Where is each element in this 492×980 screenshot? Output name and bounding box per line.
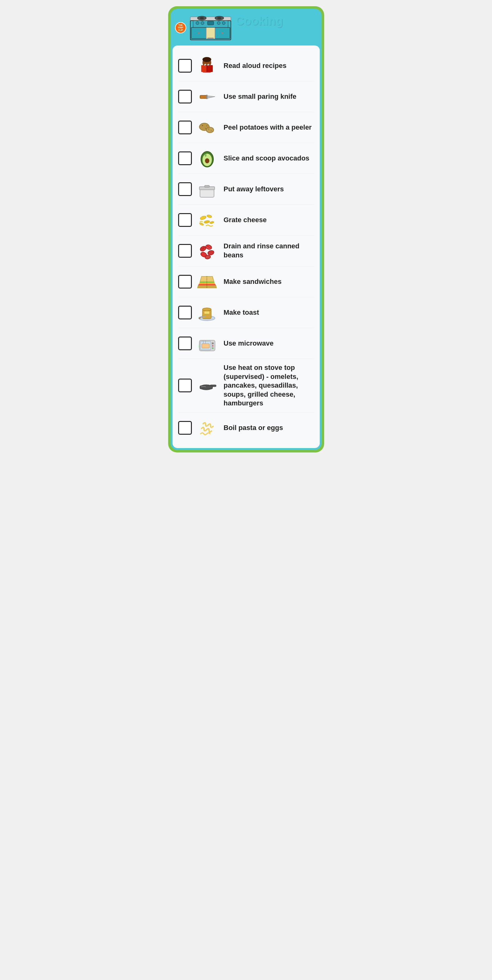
item-text-leftovers: Put away leftovers xyxy=(224,185,314,194)
svg-point-46 xyxy=(200,215,206,220)
svg-point-3 xyxy=(198,32,200,34)
svg-rect-71 xyxy=(202,344,209,348)
item-text-avocados: Slice and scoop avocados xyxy=(224,154,314,163)
checkbox-leftovers[interactable] xyxy=(178,182,192,196)
svg-point-42 xyxy=(204,154,206,157)
header: THE TRIP CLIP xyxy=(173,11,320,46)
checklist-item: Peel potatoes with a peeler xyxy=(178,112,314,143)
svg-point-75 xyxy=(212,347,213,349)
checkbox-grate-cheese[interactable] xyxy=(178,213,192,227)
icon-make-toast xyxy=(196,302,218,323)
svg-point-38 xyxy=(211,130,211,131)
svg-point-35 xyxy=(206,125,208,126)
svg-rect-7 xyxy=(208,38,214,39)
checklist-item: Use small paring knife xyxy=(178,81,314,112)
svg-point-36 xyxy=(206,127,214,133)
svg-marker-30 xyxy=(207,95,215,99)
icon-leftovers xyxy=(196,178,218,200)
title-area: Cooking Ages 6-8 xyxy=(236,14,285,41)
checkbox-make-toast[interactable] xyxy=(178,306,192,320)
svg-point-74 xyxy=(212,345,213,347)
svg-rect-78 xyxy=(200,386,212,389)
svg-point-47 xyxy=(206,215,212,218)
icon-stove-top xyxy=(196,375,218,396)
icon-peel-potatoes xyxy=(196,116,218,138)
checklist-item: Use microwave xyxy=(178,328,314,359)
checklist-item: Grate cheese xyxy=(178,205,314,235)
item-text-sandwiches: Make sandwiches xyxy=(224,277,314,286)
svg-point-10 xyxy=(200,17,204,19)
item-text-peel-potatoes: Peel potatoes with a peeler xyxy=(224,123,314,132)
svg-point-28 xyxy=(208,65,209,65)
svg-point-33 xyxy=(202,125,203,126)
checklist-item: Make sandwiches xyxy=(178,266,314,297)
checklist-item: Boil pasta or eggs xyxy=(178,412,314,443)
title-cooking: Cooking xyxy=(236,14,285,28)
svg-point-15 xyxy=(217,22,220,25)
svg-rect-31 xyxy=(206,95,208,99)
icon-grate-cheese xyxy=(196,209,218,231)
checklist-item: Slice and scoop avocados xyxy=(178,143,314,174)
checklist-item: Make toast xyxy=(178,297,314,328)
svg-point-64 xyxy=(203,308,211,311)
svg-rect-23 xyxy=(206,65,213,72)
checkbox-avocados[interactable] xyxy=(178,151,192,165)
logo-area: THE TRIP CLIP xyxy=(175,22,186,33)
item-text-grate-cheese: Grate cheese xyxy=(224,216,314,225)
svg-point-14 xyxy=(201,22,204,25)
svg-point-13 xyxy=(196,22,199,25)
svg-rect-6 xyxy=(206,27,215,39)
svg-rect-29 xyxy=(200,95,207,99)
item-text-microwave: Use microwave xyxy=(224,339,314,348)
icon-paring-knife xyxy=(196,86,218,108)
svg-point-5 xyxy=(222,32,224,34)
checkbox-read-recipes[interactable] xyxy=(178,59,192,73)
svg-rect-17 xyxy=(208,21,214,25)
checkbox-boil-pasta[interactable] xyxy=(178,421,192,435)
inner-border: THE TRIP CLIP xyxy=(171,9,322,450)
item-text-canned-beans: Drain and rinse canned beans xyxy=(224,242,314,259)
item-text-read-recipes: Read aloud recipes xyxy=(224,61,314,70)
checklist-item: Put away leftovers xyxy=(178,174,314,205)
svg-rect-65 xyxy=(204,311,209,314)
item-text-boil-pasta: Boil pasta or eggs xyxy=(224,423,314,433)
icon-microwave xyxy=(196,332,218,354)
icon-read-recipes xyxy=(196,55,218,76)
stove-illustration xyxy=(189,14,232,42)
svg-point-49 xyxy=(199,222,204,226)
title-ages: Ages 6-8 xyxy=(236,28,285,41)
item-text-paring-knife: Use small paring knife xyxy=(224,92,314,101)
svg-point-16 xyxy=(222,22,225,25)
item-text-make-toast: Make toast xyxy=(224,308,314,317)
svg-point-50 xyxy=(209,221,214,224)
svg-rect-45 xyxy=(204,185,209,187)
logo-badge: THE TRIP CLIP xyxy=(175,22,186,33)
svg-point-12 xyxy=(217,17,222,19)
checklist-item: Drain and rinse canned beans xyxy=(178,235,314,266)
svg-point-37 xyxy=(208,128,209,129)
icon-avocados xyxy=(196,147,218,169)
checkbox-microwave[interactable] xyxy=(178,337,192,350)
svg-rect-22 xyxy=(201,65,207,72)
checkbox-peel-potatoes[interactable] xyxy=(178,121,192,134)
icon-canned-beans xyxy=(196,240,218,262)
svg-point-27 xyxy=(205,65,206,65)
svg-point-41 xyxy=(205,158,209,163)
checkbox-paring-knife[interactable] xyxy=(178,90,192,103)
svg-point-53 xyxy=(208,250,215,256)
icon-sandwiches xyxy=(196,271,218,293)
checklist-item: Use heat on stove top (supervised) - ome… xyxy=(178,359,314,412)
item-text-stove-top: Use heat on stove top (supervised) - ome… xyxy=(224,363,314,408)
icon-boil-pasta xyxy=(196,417,218,439)
checkbox-stove-top[interactable] xyxy=(178,379,192,392)
svg-point-73 xyxy=(212,342,214,344)
svg-point-19 xyxy=(203,57,211,62)
checkbox-canned-beans[interactable] xyxy=(178,244,192,258)
svg-point-48 xyxy=(204,220,210,223)
svg-point-34 xyxy=(205,128,206,129)
checklist-item: Read aloud recipes xyxy=(178,51,314,81)
checklist-area: Read aloud recipes Use small paring knif… xyxy=(173,46,320,448)
page-wrapper: THE TRIP CLIP xyxy=(168,6,324,452)
checkbox-sandwiches[interactable] xyxy=(178,275,192,288)
